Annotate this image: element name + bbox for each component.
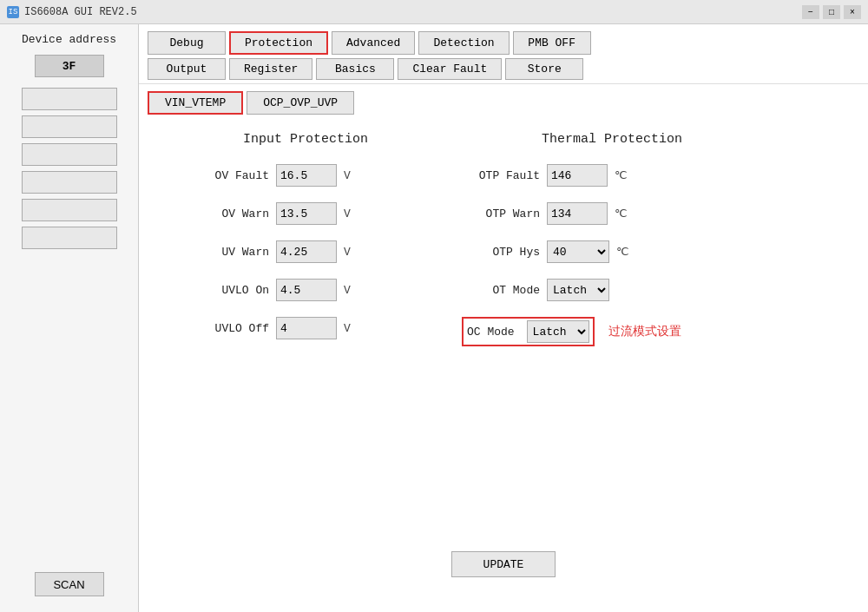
- thermal-protection-label: Thermal Protection: [542, 132, 682, 147]
- ov-warn-input[interactable]: [276, 202, 337, 225]
- window-controls: − □ ×: [802, 5, 861, 19]
- nav-protection[interactable]: Protection: [229, 31, 328, 55]
- nav-debug[interactable]: Debug: [148, 31, 226, 55]
- ov-fault-label: OV Fault: [191, 169, 269, 182]
- uv-warn-label: UV Warn: [191, 246, 269, 259]
- update-button[interactable]: UPDATE: [451, 551, 556, 577]
- minimize-button[interactable]: −: [802, 5, 819, 19]
- uvlo-on-row: UVLO On V: [191, 279, 358, 301]
- otp-hys-select[interactable]: 40 20 10: [547, 240, 609, 263]
- nav-clear-fault[interactable]: Clear Fault: [398, 58, 502, 80]
- fields-row: OV Fault V OV Warn V UV Warn V: [174, 164, 833, 346]
- oc-mode-label: OC Mode: [467, 326, 515, 339]
- title-bar-left: IS IS6608A GUI REV2.5: [7, 6, 137, 18]
- ov-fault-input[interactable]: [276, 164, 337, 187]
- ov-warn-unit: V: [344, 207, 358, 220]
- uvlo-off-unit: V: [344, 322, 358, 335]
- nav-detection[interactable]: Detection: [418, 31, 509, 55]
- otp-warn-unit: ℃: [615, 207, 628, 220]
- otp-hys-label: OTP Hys: [462, 246, 540, 259]
- sidebar: Device address 3F SCAN: [0, 24, 139, 612]
- device-address-label: Device address: [22, 33, 116, 46]
- nav-register[interactable]: Register: [229, 58, 312, 80]
- top-nav: Debug Protection Advanced Detection PMB …: [139, 24, 868, 84]
- otp-fault-unit: ℃: [615, 168, 628, 182]
- uv-warn-input[interactable]: [276, 240, 337, 263]
- device-address-value: 3F: [35, 55, 104, 77]
- otp-warn-input[interactable]: [547, 202, 608, 225]
- uv-warn-unit: V: [344, 246, 358, 259]
- sidebar-input-3[interactable]: [22, 143, 117, 166]
- ot-mode-label: OT Mode: [462, 284, 540, 297]
- maximize-button[interactable]: □: [823, 5, 840, 19]
- otp-warn-row: OTP Warn ℃: [462, 202, 681, 225]
- ot-mode-row: OT Mode Latch Auto: [462, 279, 681, 301]
- close-button[interactable]: ×: [844, 5, 861, 19]
- title-bar: IS IS6608A GUI REV2.5 − □ ×: [0, 0, 868, 24]
- oc-mode-box: OC Mode Latch Auto: [462, 317, 595, 346]
- scan-button[interactable]: SCAN: [35, 572, 104, 596]
- nav-basics[interactable]: Basics: [316, 58, 394, 80]
- otp-hys-row: OTP Hys 40 20 10 ℃: [462, 240, 681, 263]
- sidebar-input-4[interactable]: [22, 171, 117, 194]
- nav-pmb-off[interactable]: PMB OFF: [513, 31, 591, 55]
- sections-labels-row: Input Protection Thermal Protection: [174, 132, 833, 147]
- otp-fault-label: OTP Fault: [462, 169, 540, 182]
- nav-output[interactable]: Output: [148, 58, 226, 80]
- uvlo-on-label: UVLO On: [191, 284, 269, 297]
- oc-mode-select[interactable]: Latch Auto: [527, 320, 589, 343]
- oc-mode-annotation: 过流模式设置: [608, 324, 681, 339]
- main-content: Device address 3F SCAN Debug Protection …: [0, 24, 868, 612]
- uvlo-on-input[interactable]: [276, 279, 337, 301]
- content-area: Input Protection Thermal Protection OV F…: [139, 115, 868, 612]
- uvlo-off-row: UVLO Off V: [191, 317, 358, 339]
- otp-fault-input[interactable]: [547, 164, 608, 187]
- ov-fault-unit: V: [344, 169, 358, 182]
- oc-mode-row: OC Mode Latch Auto 过流模式设置: [462, 317, 681, 346]
- ov-warn-row: OV Warn V: [191, 202, 358, 225]
- otp-fault-row: OTP Fault ℃: [462, 164, 681, 187]
- nav-store[interactable]: Store: [505, 58, 583, 80]
- sidebar-input-1[interactable]: [22, 88, 117, 110]
- sub-tab-ocp-ovp-uvp[interactable]: OCP_OVP_UVP: [247, 91, 354, 115]
- sidebar-input-6[interactable]: [22, 227, 117, 249]
- input-fields: OV Fault V OV Warn V UV Warn V: [191, 164, 358, 346]
- ov-warn-label: OV Warn: [191, 207, 269, 220]
- update-area: UPDATE: [174, 551, 833, 595]
- app-title: IS6608A GUI REV2.5: [24, 6, 137, 18]
- right-panel: Debug Protection Advanced Detection PMB …: [139, 24, 868, 612]
- sidebar-input-2[interactable]: [22, 115, 117, 138]
- sub-tabs: VIN_VTEMP OCP_OVP_UVP: [139, 84, 868, 115]
- sub-tab-vin-vtemp[interactable]: VIN_VTEMP: [148, 91, 243, 115]
- uvlo-on-unit: V: [344, 284, 358, 297]
- otp-hys-unit: ℃: [616, 245, 630, 259]
- uvlo-off-input[interactable]: [276, 317, 337, 339]
- uvlo-off-label: UVLO Off: [191, 322, 269, 335]
- input-protection-label: Input Protection: [243, 132, 368, 147]
- uv-warn-row: UV Warn V: [191, 240, 358, 263]
- nav-row-1: Debug Protection Advanced Detection PMB …: [148, 31, 859, 55]
- ot-mode-select[interactable]: Latch Auto: [547, 279, 609, 301]
- nav-row-2: Output Register Basics Clear Fault Store: [148, 58, 859, 80]
- sidebar-input-5[interactable]: [22, 199, 117, 221]
- app-icon: IS: [7, 6, 19, 18]
- thermal-fields: OTP Fault ℃ OTP Warn ℃ OTP Hys 40: [462, 164, 681, 346]
- otp-warn-label: OTP Warn: [462, 207, 540, 220]
- ov-fault-row: OV Fault V: [191, 164, 358, 187]
- nav-advanced[interactable]: Advanced: [332, 31, 415, 55]
